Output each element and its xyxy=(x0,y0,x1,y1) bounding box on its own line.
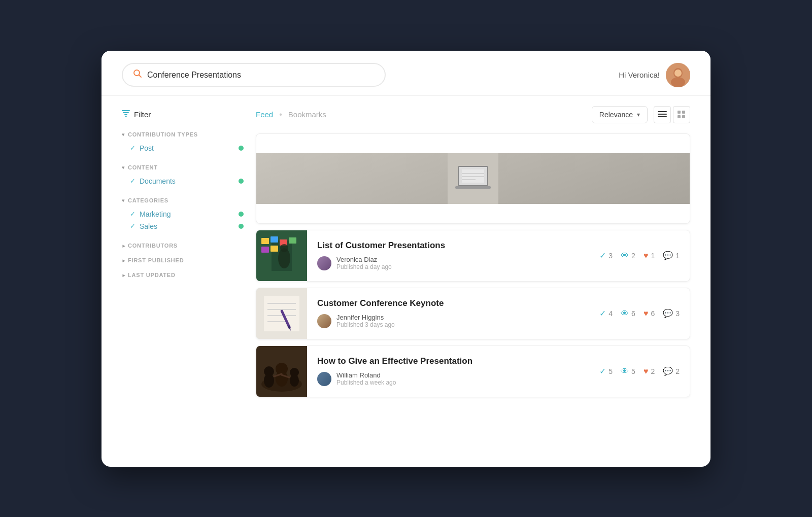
check-icon: ✓ xyxy=(130,177,136,185)
check-icon: ✓ xyxy=(130,210,136,218)
author-name-2: Veronica Diaz xyxy=(336,256,392,263)
content-title: CONTENT xyxy=(128,164,158,170)
comment-icon: 💬 xyxy=(663,308,673,318)
filter-item-label-documents: Documents xyxy=(140,177,234,185)
svg-rect-12 xyxy=(678,115,681,118)
card-thumbnail-1 xyxy=(256,153,690,204)
filter-item-documents[interactable]: ✓ Documents xyxy=(122,175,244,187)
last-updated-header[interactable]: ▾ LAST UPDATED xyxy=(122,272,244,279)
author-time-4: Published a week ago xyxy=(336,379,396,386)
stat-likes-value-3: 6 xyxy=(651,309,655,318)
author-avatar-3 xyxy=(317,314,331,328)
author-name-4: William Roland xyxy=(336,371,396,379)
grid-view-button[interactable] xyxy=(673,106,690,123)
card-info-4: How to Give an Effective Presentation Wi… xyxy=(307,349,589,393)
stat-views-3: 👁 6 xyxy=(621,309,635,318)
contributors-header[interactable]: ▾ CONTRIBUTORS xyxy=(122,243,244,249)
categories-title: CATEGORIES xyxy=(128,197,168,203)
svg-point-31 xyxy=(280,244,288,252)
svg-point-45 xyxy=(276,370,288,387)
svg-rect-27 xyxy=(289,237,296,244)
categories-header[interactable]: ▾ CATEGORIES xyxy=(122,197,244,204)
card-stats-4: ✓ 5 👁 5 ♥ 2 💬 2 xyxy=(589,366,690,376)
author-avatar-4 xyxy=(317,372,331,386)
filter-active-dot xyxy=(239,224,244,229)
last-updated-title: LAST UPDATED xyxy=(128,272,176,278)
stat-comments-value-3: 3 xyxy=(675,309,680,318)
stat-checks-value-4: 5 xyxy=(608,367,613,375)
avatar-image xyxy=(666,63,690,87)
contributors-title: CONTRIBUTORS xyxy=(128,243,178,249)
stat-comments-3: 💬 3 xyxy=(663,308,680,318)
check-icon: ✓ xyxy=(130,222,136,230)
filter-item-post[interactable]: ✓ Post xyxy=(122,142,244,154)
comment-icon: 💬 xyxy=(663,366,673,376)
svg-point-43 xyxy=(264,373,274,388)
svg-point-4 xyxy=(674,70,682,77)
filter-item-label-marketing: Marketing xyxy=(140,210,234,218)
stat-comments-value-2: 1 xyxy=(675,252,680,260)
filter-section-categories: ▾ CATEGORIES ✓ Marketing ✓ Sales xyxy=(122,197,244,232)
content-header: Feed • Bookmarks Relevance ▾ xyxy=(256,106,690,123)
card-title-2: List of Customer Presentations xyxy=(317,240,579,251)
contribution-types-header[interactable]: ▾ CONTRIBUTION TYPES xyxy=(122,131,244,138)
filter-item-marketing[interactable]: ✓ Marketing xyxy=(122,208,244,220)
view-toggle xyxy=(654,106,690,123)
stat-comments-2: 💬 1 xyxy=(663,251,680,260)
sidebar: Filter ▾ CONTRIBUTION TYPES ✓ Post ▾ CON xyxy=(122,106,244,451)
list-view-button[interactable] xyxy=(654,106,671,123)
eye-icon: 👁 xyxy=(621,251,629,260)
stat-checks-3: ✓ 4 xyxy=(599,308,613,318)
stat-checks-2: ✓ 3 xyxy=(599,251,613,260)
content-header[interactable]: ▾ CONTENT xyxy=(122,164,244,171)
result-card[interactable]: How to Give an Effective Presentation Wi… xyxy=(256,346,690,397)
avatar[interactable] xyxy=(666,63,690,87)
search-bar[interactable] xyxy=(122,63,386,87)
filter-item-label-sales: Sales xyxy=(140,222,234,230)
main-layout: Filter ▾ CONTRIBUTION TYPES ✓ Post ▾ CON xyxy=(101,96,710,461)
sort-select[interactable]: Relevance ▾ xyxy=(592,106,648,123)
result-card[interactable]: Customer Conference Keynote Jennifer Hig… xyxy=(256,288,690,339)
content-area: Feed • Bookmarks Relevance ▾ xyxy=(256,106,690,451)
filter-icon xyxy=(122,110,130,119)
eye-icon: 👁 xyxy=(621,309,629,318)
card-title-3: Customer Conference Keynote xyxy=(317,298,579,308)
stat-checks-value-2: 3 xyxy=(608,252,613,260)
stat-likes-3: ♥ 6 xyxy=(644,309,655,318)
stat-comments-4: 💬 2 xyxy=(663,366,680,376)
filter-section-contributors: ▾ CONTRIBUTORS xyxy=(122,243,244,249)
tab-feed[interactable]: Feed xyxy=(256,110,273,119)
search-input[interactable] xyxy=(147,71,375,80)
stat-views-value-2: 2 xyxy=(631,252,635,260)
author-text-2: Veronica Diaz Published a day ago xyxy=(336,256,392,270)
sort-controls: Relevance ▾ xyxy=(592,106,690,123)
stat-comments-value-4: 2 xyxy=(675,367,680,375)
filter-item-sales[interactable]: ✓ Sales xyxy=(122,220,244,232)
stat-checks-value-3: 4 xyxy=(608,309,613,318)
stat-likes-4: ♥ 2 xyxy=(644,367,655,376)
result-card[interactable]: Branded Deck for Conference Presentation… xyxy=(256,133,690,224)
tab-bookmarks[interactable]: Bookmarks xyxy=(288,110,326,119)
card-info-3: Customer Conference Keynote Jennifer Hig… xyxy=(307,291,589,335)
tab-separator: • xyxy=(279,110,282,119)
filter-section-first-published: ▾ FIRST PUBLISHED xyxy=(122,257,244,264)
stat-likes-2: ♥ 1 xyxy=(644,251,655,260)
filter-active-dot xyxy=(239,212,244,217)
svg-rect-9 xyxy=(658,111,660,112)
result-card[interactable]: List of Customer Presentations Veronica … xyxy=(256,230,690,282)
greeting-text: Hi Veronica! xyxy=(619,71,660,79)
svg-point-47 xyxy=(290,374,299,387)
svg-point-5 xyxy=(671,77,685,87)
heart-icon: ♥ xyxy=(644,251,649,260)
stat-likes-value-4: 2 xyxy=(651,367,655,375)
svg-rect-8 xyxy=(658,116,667,117)
filter-section-last-updated: ▾ LAST UPDATED xyxy=(122,272,244,279)
filter-active-dot xyxy=(239,179,244,184)
header: Hi Veronica! xyxy=(101,51,710,96)
author-time-3: Published 3 days ago xyxy=(336,321,395,328)
first-published-header[interactable]: ▾ FIRST PUBLISHED xyxy=(122,257,244,264)
heart-icon: ♥ xyxy=(644,367,649,376)
filter-section-contribution-types: ▾ CONTRIBUTION TYPES ✓ Post xyxy=(122,131,244,154)
filter-header[interactable]: Filter xyxy=(122,110,244,119)
stat-likes-value-2: 1 xyxy=(651,252,655,260)
